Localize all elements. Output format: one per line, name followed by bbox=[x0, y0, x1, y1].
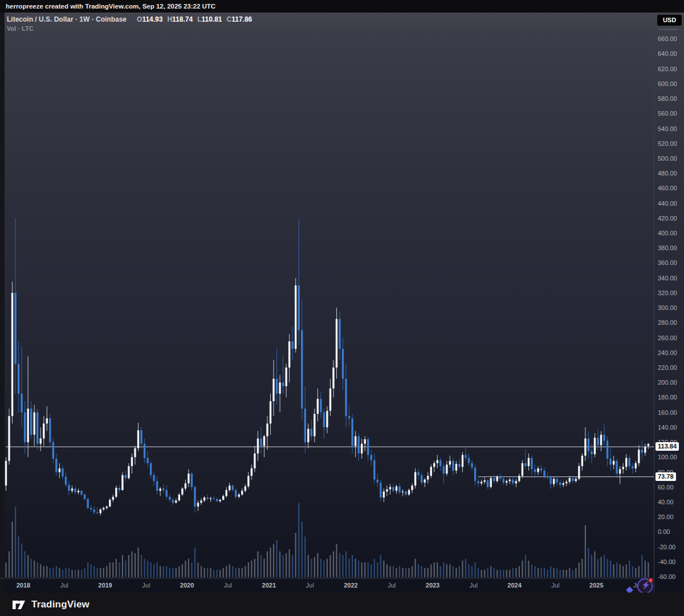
time-tick-label: Jul bbox=[388, 582, 396, 589]
price-tick-label: 100.00 bbox=[658, 454, 677, 460]
time-tick-label: 2025 bbox=[589, 582, 603, 589]
time-tick-label: 2023 bbox=[426, 582, 439, 589]
price-line-badge: 73.78 bbox=[656, 472, 676, 481]
currency-button[interactable]: USD bbox=[657, 14, 682, 26]
volume-bars bbox=[5, 503, 649, 577]
price-tick-label: 300.00 bbox=[658, 304, 677, 311]
chart-area: Litecoin / U.S. Dollar · 1W · CoinbaseO1… bbox=[0, 13, 684, 593]
price-tick-label: 240.00 bbox=[658, 349, 677, 356]
price-axis[interactable]: USD -60.00-40.00-20.000.0020.0040.0060.0… bbox=[654, 13, 684, 593]
time-tick-label: Jul bbox=[60, 582, 68, 589]
price-tick-label: 60.00 bbox=[658, 484, 674, 491]
price-tick-label: -60.00 bbox=[658, 573, 675, 580]
fine-print-line bbox=[658, 28, 679, 30]
price-line-badge: 113.84 bbox=[656, 442, 679, 451]
price-tick-label: 600.00 bbox=[658, 80, 677, 87]
price-tick-label: 0.00 bbox=[658, 528, 670, 535]
price-tick-label: 20.00 bbox=[658, 513, 674, 520]
price-tick-label: 400.00 bbox=[658, 230, 677, 236]
time-tick-label: 2020 bbox=[180, 582, 194, 589]
candles bbox=[5, 218, 649, 516]
time-tick-label: 2024 bbox=[507, 582, 521, 589]
price-tick-label: 340.00 bbox=[658, 275, 677, 282]
price-tick-label: 200.00 bbox=[658, 379, 677, 386]
price-tick-label: 320.00 bbox=[658, 289, 677, 296]
boost-sticker-icon: ⚡ bbox=[637, 578, 653, 594]
price-tick-label: 360.00 bbox=[658, 259, 677, 266]
price-tick-label: -20.00 bbox=[658, 544, 675, 550]
ohlc-values: O114.93H118.74L110.81C117.86 bbox=[132, 15, 252, 23]
price-tick-label: 620.00 bbox=[658, 66, 677, 72]
price-tick-label: 160.00 bbox=[658, 409, 677, 416]
watermark-bar: herropreeze created with TradingView.com… bbox=[0, 0, 684, 13]
price-tick-label: 480.00 bbox=[658, 170, 677, 177]
chart-canvas[interactable] bbox=[0, 13, 654, 578]
price-tick-label: 260.00 bbox=[658, 334, 677, 341]
price-tick-label: 660.00 bbox=[658, 35, 677, 42]
price-tick-label: 420.00 bbox=[658, 215, 677, 222]
price-tick-label: 40.00 bbox=[658, 499, 674, 505]
price-tick-label: 520.00 bbox=[658, 140, 677, 147]
high-value: 118.74 bbox=[172, 15, 193, 23]
price-tick-label: 640.00 bbox=[658, 50, 677, 57]
time-tick-label: Jul bbox=[142, 582, 150, 589]
open-label: O bbox=[137, 15, 142, 23]
price-tick-label: 140.00 bbox=[658, 424, 677, 431]
price-tick-label: 540.00 bbox=[658, 125, 677, 132]
price-tick-label: -40.00 bbox=[658, 558, 675, 565]
price-tick-label: 440.00 bbox=[658, 200, 677, 207]
price-lines bbox=[6, 447, 654, 477]
open-value: 114.93 bbox=[142, 15, 162, 23]
price-tick-label: 460.00 bbox=[658, 185, 677, 191]
tradingview-brand-text[interactable]: TradingView bbox=[31, 599, 89, 610]
time-tick-label: 2022 bbox=[344, 582, 357, 589]
time-tick-label: Jul bbox=[470, 582, 478, 589]
price-tick-label: 500.00 bbox=[658, 155, 677, 162]
volume-indicator-label[interactable]: Vol · LTC bbox=[7, 25, 252, 32]
time-tick-label: 2019 bbox=[98, 582, 112, 589]
price-tick-label: 220.00 bbox=[658, 364, 677, 371]
low-value: 110.81 bbox=[201, 15, 222, 23]
time-tick-label: Jul bbox=[224, 582, 232, 589]
price-tick-label: 380.00 bbox=[658, 244, 677, 251]
high-label: H bbox=[167, 15, 172, 23]
time-tick-label: 2021 bbox=[262, 582, 276, 589]
time-tick-label: Jul bbox=[551, 582, 559, 589]
tradingview-logo-icon[interactable] bbox=[11, 597, 26, 612]
sticker-red-dot bbox=[648, 578, 653, 583]
chart-legend: Litecoin / U.S. Dollar · 1W · CoinbaseO1… bbox=[7, 15, 252, 32]
time-axis[interactable]: 2018Jul2019Jul2020Jul2021Jul2022Jul2023J… bbox=[0, 578, 654, 593]
price-tick-label: 580.00 bbox=[658, 95, 677, 102]
price-tick-label: 560.00 bbox=[658, 110, 677, 117]
footer-bar: TradingView bbox=[0, 593, 684, 616]
price-tick-label: 280.00 bbox=[658, 319, 677, 326]
close-value: 117.86 bbox=[231, 15, 252, 23]
watermark-text: herropreeze created with TradingView.com… bbox=[6, 3, 215, 10]
close-label: C bbox=[227, 15, 232, 23]
legend-row-1: Litecoin / U.S. Dollar · 1W · CoinbaseO1… bbox=[7, 15, 252, 23]
time-tick-label: 2018 bbox=[17, 582, 30, 589]
price-tick-label: 180.00 bbox=[658, 394, 677, 401]
symbol-title[interactable]: Litecoin / U.S. Dollar · 1W · Coinbase bbox=[7, 15, 127, 23]
time-tick-label: Jul bbox=[306, 582, 314, 589]
